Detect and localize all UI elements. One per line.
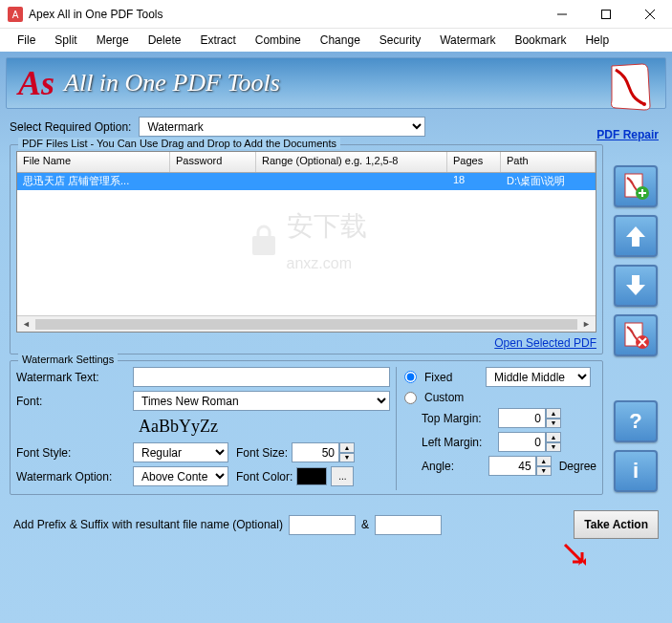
select-option-label: Select Required Option: <box>10 120 131 134</box>
position-custom-radio[interactable] <box>404 392 417 404</box>
minimize-button[interactable] <box>540 0 584 29</box>
add-file-button[interactable] <box>614 165 658 207</box>
col-range[interactable]: Range (Optional) e.g. 1,2,5-8 <box>256 152 447 172</box>
menubar: File Split Merge Delete Extract Combine … <box>0 29 672 52</box>
font-dropdown[interactable]: Times New Roman <box>133 391 390 411</box>
table-row[interactable]: 思迅天店 店铺管理系... 18 D:\桌面\说明 <box>17 173 596 190</box>
angle-stepper[interactable]: ▲▼ <box>488 456 552 476</box>
files-table[interactable]: File Name Password Range (Optional) e.g.… <box>16 151 596 333</box>
svg-text:A: A <box>12 10 19 20</box>
scroll-left-icon[interactable]: ◄ <box>19 317 33 332</box>
font-preview: AaBbYyZz <box>133 415 224 439</box>
svg-text:?: ? <box>629 410 641 433</box>
scroll-thumb[interactable] <box>35 319 577 330</box>
pdf-paper-icon <box>606 62 656 112</box>
svg-rect-3 <box>602 10 611 18</box>
menu-file[interactable]: File <box>8 31 45 50</box>
font-color-label: Font Color: <box>236 470 293 483</box>
fixed-position-dropdown[interactable]: Middle Middle <box>486 367 591 387</box>
spin-up-icon[interactable]: ▲ <box>339 442 355 453</box>
watermark-option-dropdown[interactable]: Above Content <box>133 466 228 486</box>
svg-point-6 <box>642 102 646 106</box>
pdf-add-icon <box>621 172 650 201</box>
banner-logo: As <box>18 63 54 103</box>
font-size-label: Font Size: <box>236 446 288 460</box>
maximize-button[interactable] <box>584 0 628 29</box>
arrow-down-icon <box>623 273 648 298</box>
angle-label: Angle: <box>422 460 485 473</box>
question-icon: ? <box>624 410 647 433</box>
font-style-label: Font Style: <box>16 446 129 460</box>
table-header: File Name Password Range (Optional) e.g.… <box>17 152 596 173</box>
move-up-button[interactable] <box>614 215 658 257</box>
files-list-group: PDF Files List - You Can Use Drag and Dr… <box>10 144 603 354</box>
move-down-button[interactable] <box>614 265 658 307</box>
col-password[interactable]: Password <box>170 152 256 172</box>
select-option-dropdown[interactable]: Watermark <box>139 117 425 137</box>
col-filename[interactable]: File Name <box>17 152 170 172</box>
suffix-input[interactable] <box>375 515 442 535</box>
custom-label: Custom <box>424 391 464 404</box>
watermark-overlay: 安下载anxz.com <box>247 208 367 275</box>
banner: As All in One PDF Tools <box>6 57 666 109</box>
pdf-repair-link[interactable]: PDF Repair <box>596 128 659 141</box>
top-margin-stepper[interactable]: ▲▼ <box>498 408 561 428</box>
watermark-settings-group: Watermark Settings Watermark Text: Font:… <box>10 360 603 495</box>
help-button[interactable]: ? <box>614 400 658 442</box>
fixed-label: Fixed <box>424 371 482 384</box>
scroll-right-icon[interactable]: ► <box>579 317 594 332</box>
take-action-button[interactable]: Take Action <box>574 510 659 539</box>
font-style-dropdown[interactable]: Regular <box>133 442 228 462</box>
files-list-legend: PDF Files List - You Can Use Drag and Dr… <box>18 138 340 149</box>
menu-security[interactable]: Security <box>370 31 430 50</box>
menu-bookmark[interactable]: Bookmark <box>505 31 575 50</box>
left-margin-label: Left Margin: <box>422 436 494 449</box>
watermark-option-label: Watermark Option: <box>16 470 129 483</box>
font-size-stepper[interactable]: ▲▼ <box>292 442 355 462</box>
font-color-more-button[interactable]: ... <box>331 466 354 486</box>
svg-rect-7 <box>252 236 275 255</box>
remove-file-button[interactable] <box>614 314 658 356</box>
arrow-up-icon <box>623 224 648 248</box>
watermark-legend: Watermark Settings <box>18 354 118 365</box>
pdf-remove-icon <box>621 321 650 350</box>
close-button[interactable] <box>628 0 672 29</box>
ampersand-label: & <box>361 518 369 531</box>
font-color-swatch[interactable] <box>296 467 327 485</box>
menu-merge[interactable]: Merge <box>87 31 139 50</box>
prefix-suffix-label: Add Prefix & Suffix with resultant file … <box>13 518 283 531</box>
spin-down-icon[interactable]: ▼ <box>339 453 355 463</box>
menu-combine[interactable]: Combine <box>246 31 311 50</box>
menu-watermark[interactable]: Watermark <box>430 31 505 50</box>
open-selected-pdf-link[interactable]: Open Selected PDF <box>494 336 596 350</box>
menu-help[interactable]: Help <box>575 31 618 50</box>
horizontal-scrollbar[interactable]: ◄ ► <box>17 315 596 332</box>
app-icon: A <box>8 7 23 22</box>
font-label: Font: <box>16 395 129 408</box>
left-margin-stepper[interactable]: ▲▼ <box>498 432 561 452</box>
menu-extract[interactable]: Extract <box>190 31 245 50</box>
menu-split[interactable]: Split <box>45 31 86 50</box>
info-button[interactable]: i <box>614 450 658 492</box>
position-fixed-radio[interactable] <box>404 371 417 383</box>
menu-change[interactable]: Change <box>311 31 370 50</box>
col-pages[interactable]: Pages <box>447 152 501 172</box>
menu-delete[interactable]: Delete <box>139 31 191 50</box>
window-title: Apex All in One PDF Tools <box>29 8 540 21</box>
info-icon: i <box>624 460 647 483</box>
prefix-input[interactable] <box>289 515 356 535</box>
col-path[interactable]: Path <box>501 152 596 172</box>
watermark-text-input[interactable] <box>133 367 390 387</box>
top-margin-label: Top Margin: <box>422 412 494 425</box>
banner-text: All in One PDF Tools <box>64 69 280 97</box>
svg-text:i: i <box>633 460 639 483</box>
content-area: As All in One PDF Tools PDF Repair Selec… <box>0 52 672 623</box>
titlebar: A Apex All in One PDF Tools <box>0 0 672 29</box>
degree-label: Degree <box>559 460 596 473</box>
watermark-text-label: Watermark Text: <box>16 371 129 384</box>
